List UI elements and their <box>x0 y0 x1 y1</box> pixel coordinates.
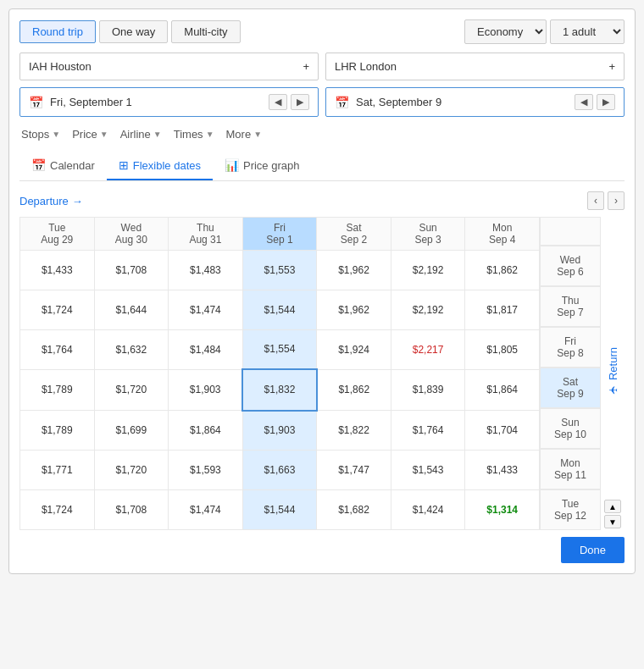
return-scroll: ▲ ▼ <box>602 498 623 530</box>
cell-r4-c5[interactable]: $1,764 <box>391 411 465 451</box>
cell-r3-c1[interactable]: $1,720 <box>94 369 169 410</box>
cell-r4-c0[interactable]: $1,789 <box>20 411 95 451</box>
return-cell-1[interactable]: ThuSep 7 <box>540 286 601 327</box>
cabin-select[interactable]: Economy Business First <box>464 19 547 44</box>
times-filter[interactable]: Times ▼ <box>172 125 216 143</box>
return-date-field[interactable]: 📅 Sat, September 9 ◀ ▶ <box>325 87 625 117</box>
cell-r3-c5[interactable]: $1,839 <box>391 369 465 410</box>
cell-r4-c2[interactable]: $1,864 <box>169 411 243 451</box>
origin-field[interactable]: IAH Houston + <box>19 53 319 80</box>
col-header-line2-5: Sep 3 <box>414 234 441 246</box>
cell-r4-c3[interactable]: $1,903 <box>242 411 317 451</box>
multi-city-button[interactable]: Multi-city <box>171 20 240 43</box>
cell-r6-c4[interactable]: $1,682 <box>317 490 391 530</box>
cell-r1-c2[interactable]: $1,474 <box>169 290 243 329</box>
grid-next-button[interactable]: › <box>608 191 625 210</box>
cell-r3-c0[interactable]: $1,789 <box>20 369 95 410</box>
destination-plus-icon[interactable]: + <box>608 60 615 73</box>
cell-r2-c4[interactable]: $1,924 <box>317 329 391 369</box>
one-way-button[interactable]: One way <box>99 20 168 43</box>
stops-arrow-icon: ▼ <box>52 130 60 139</box>
cell-r2-c3[interactable]: $1,554 <box>242 329 317 369</box>
return-cell-4[interactable]: SunSep 10 <box>540 408 601 449</box>
departure-prev-button[interactable]: ◀ <box>269 94 287 110</box>
cell-r0-c2[interactable]: $1,483 <box>169 251 243 290</box>
tab-flexible-dates[interactable]: ⊞ Flexible dates <box>107 152 213 180</box>
cell-r5-c3[interactable]: $1,663 <box>242 451 317 490</box>
col-header-line1-5: Sun <box>419 222 436 234</box>
cell-r4-c6[interactable]: $1,704 <box>465 411 540 451</box>
return-label-text: Return <box>607 347 619 380</box>
cell-r0-c6[interactable]: $1,862 <box>465 251 540 290</box>
table-row: $1,789$1,699$1,864$1,903$1,822$1,764$1,7… <box>20 411 540 451</box>
more-filter[interactable]: More ▼ <box>225 125 264 143</box>
return-cell-6[interactable]: TueSep 12 <box>540 489 601 530</box>
departure-next-button[interactable]: ▶ <box>291 94 309 110</box>
cell-r1-c5[interactable]: $2,192 <box>391 290 465 329</box>
cell-r0-c5[interactable]: $2,192 <box>391 251 465 290</box>
cell-r6-c2[interactable]: $1,474 <box>169 490 243 530</box>
airline-filter[interactable]: Airline ▼ <box>119 125 164 143</box>
tab-calendar[interactable]: 📅 Calendar <box>19 152 107 180</box>
cell-r2-c6[interactable]: $1,805 <box>465 329 540 369</box>
return-prev-button[interactable]: ◀ <box>575 94 593 110</box>
return-scroll-down-button[interactable]: ▼ <box>604 515 621 528</box>
cell-r5-c4[interactable]: $1,747 <box>317 451 391 490</box>
cell-r0-c4[interactable]: $1,962 <box>317 251 391 290</box>
cell-r2-c1[interactable]: $1,632 <box>94 329 169 369</box>
departure-date-field[interactable]: 📅 Fri, September 1 ◀ ▶ <box>19 87 319 117</box>
grid-prev-button[interactable]: ‹ <box>587 191 604 210</box>
cell-r6-c5[interactable]: $1,424 <box>391 490 465 530</box>
cell-r1-c3[interactable]: $1,544 <box>242 290 317 329</box>
done-row: Done <box>19 537 625 563</box>
return-cell-text-5: MonSep 11 <box>554 457 586 481</box>
cell-r0-c1[interactable]: $1,708 <box>94 251 169 290</box>
cell-r1-c0[interactable]: $1,724 <box>20 290 95 329</box>
tab-price-graph[interactable]: 📊 Price graph <box>213 152 311 180</box>
origin-text: IAH Houston <box>29 60 92 73</box>
cell-r4-c4[interactable]: $1,822 <box>317 411 391 451</box>
cell-r5-c0[interactable]: $1,771 <box>20 451 95 490</box>
return-vertical-label-wrapper: ✈ Return <box>607 246 619 498</box>
cell-r2-c2[interactable]: $1,484 <box>169 329 243 369</box>
cell-r6-c6[interactable]: $1,314 <box>465 490 540 530</box>
cell-r5-c2[interactable]: $1,593 <box>169 451 243 490</box>
price-filter[interactable]: Price ▼ <box>70 125 110 143</box>
col-header-5: SunSep 3 <box>391 218 465 251</box>
return-next-button[interactable]: ▶ <box>597 94 615 110</box>
done-button[interactable]: Done <box>561 537 625 563</box>
return-cell-text-4: SunSep 10 <box>554 417 586 440</box>
cell-r5-c5[interactable]: $1,543 <box>391 451 465 490</box>
return-cell-5[interactable]: MonSep 11 <box>540 449 601 489</box>
cell-r6-c1[interactable]: $1,708 <box>94 490 169 530</box>
return-cell-0[interactable]: WedSep 6 <box>540 246 601 286</box>
cell-r3-c3[interactable]: $1,832 <box>242 369 317 410</box>
cell-r3-c2[interactable]: $1,903 <box>169 369 243 410</box>
cell-r6-c3[interactable]: $1,544 <box>242 490 317 530</box>
cell-r3-c6[interactable]: $1,864 <box>465 369 540 410</box>
destination-field[interactable]: LHR London + <box>325 53 625 80</box>
cell-r5-c1[interactable]: $1,720 <box>94 451 169 490</box>
cell-r0-c3[interactable]: $1,553 <box>242 251 317 290</box>
cell-r0-c0[interactable]: $1,433 <box>20 251 95 290</box>
origin-plus-icon[interactable]: + <box>303 60 309 73</box>
cell-r4-c1[interactable]: $1,699 <box>94 411 169 451</box>
return-cell-2[interactable]: FriSep 8 <box>540 327 601 368</box>
return-cell-3[interactable]: SatSep 9 <box>540 368 601 408</box>
cell-r2-c5[interactable]: $2,217 <box>391 329 465 369</box>
cell-r6-c0[interactable]: $1,724 <box>20 490 95 530</box>
return-scroll-up-button[interactable]: ▲ <box>604 500 621 513</box>
round-trip-button[interactable]: Round trip <box>19 20 96 43</box>
passengers-select[interactable]: 1 adult 2 adults <box>550 19 625 44</box>
col-header-line2-2: Aug 31 <box>189 234 221 246</box>
stops-filter[interactable]: Stops ▼ <box>19 125 62 143</box>
cell-r2-c0[interactable]: $1,764 <box>20 329 95 369</box>
filters-row: Stops ▼ Price ▼ Airline ▼ Times ▼ More ▼ <box>19 125 625 143</box>
cell-r1-c6[interactable]: $1,817 <box>465 290 540 329</box>
return-label-col: ✈ Return ▲ ▼ <box>601 217 625 530</box>
cell-r5-c6[interactable]: $1,433 <box>465 451 540 490</box>
cell-r3-c4[interactable]: $1,862 <box>317 369 391 410</box>
cell-r1-c1[interactable]: $1,644 <box>94 290 169 329</box>
cell-r1-c4[interactable]: $1,962 <box>317 290 391 329</box>
return-side: WedSep 6ThuSep 7FriSep 8SatSep 9SunSep 1… <box>540 217 601 530</box>
